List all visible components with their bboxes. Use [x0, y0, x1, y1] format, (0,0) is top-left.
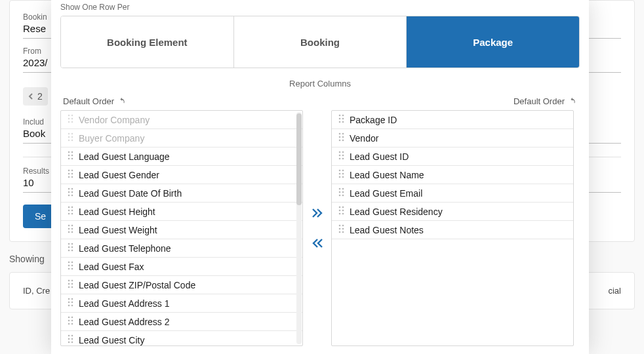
drag-handle-icon[interactable] [338, 114, 344, 125]
selected-column-item[interactable]: Lead Guest Email [332, 184, 573, 203]
drag-handle-icon[interactable] [338, 206, 344, 217]
drag-handle-icon[interactable] [338, 132, 344, 144]
drag-handle-icon[interactable] [68, 334, 73, 345]
selected-column-item[interactable]: Lead Guest ID [332, 148, 573, 166]
svg-point-67 [71, 317, 73, 319]
selected-column-item[interactable]: Lead Guest Name [332, 166, 573, 184]
report-columns-modal: Show One Row Per Booking ElementBookingP… [51, 0, 589, 354]
column-label: Lead Guest Email [350, 188, 422, 199]
tab-package[interactable]: Package [407, 16, 579, 68]
refresh-icon [118, 97, 127, 106]
tab-booking-element[interactable]: Booking Element [61, 16, 234, 68]
scrollbar-track[interactable] [296, 112, 302, 344]
svg-point-35 [71, 213, 73, 215]
scrollbar-thumb[interactable] [296, 113, 302, 205]
svg-point-117 [342, 228, 344, 230]
available-column-item[interactable]: Lead Guest Address 1 [61, 294, 302, 313]
available-column-item[interactable]: Lead Guest ZIP/Postal Code [61, 276, 302, 294]
column-label: Lead Guest ZIP/Postal Code [79, 280, 195, 290]
svg-point-16 [68, 158, 70, 160]
svg-point-104 [339, 191, 341, 193]
svg-point-13 [71, 151, 73, 153]
svg-point-10 [68, 140, 70, 142]
default-order-right[interactable]: Default Order [513, 96, 577, 106]
available-column-item[interactable]: Lead Guest Weight [61, 221, 302, 239]
drag-handle-icon[interactable] [68, 298, 73, 309]
drag-handle-icon[interactable] [338, 187, 344, 199]
svg-point-36 [68, 225, 70, 227]
available-column-item[interactable]: Lead Guest Gender [61, 166, 302, 184]
svg-point-51 [71, 265, 73, 267]
svg-point-79 [342, 115, 344, 117]
selected-column-item[interactable]: Lead Guest Notes [332, 221, 573, 239]
drag-handle-icon[interactable] [68, 224, 73, 235]
svg-point-4 [68, 121, 70, 123]
svg-point-59 [71, 286, 73, 288]
svg-point-48 [68, 262, 70, 264]
svg-point-60 [68, 298, 70, 300]
column-label: Lead Guest Name [350, 170, 424, 180]
drag-handle-icon[interactable] [68, 243, 73, 254]
available-column-item[interactable]: Lead Guest Date Of Birth [61, 184, 302, 203]
svg-point-109 [342, 206, 344, 208]
svg-point-49 [71, 262, 73, 264]
tab-booking[interactable]: Booking [234, 16, 407, 68]
refresh-icon [569, 97, 577, 106]
drag-handle-icon[interactable] [68, 316, 73, 327]
svg-point-45 [71, 246, 73, 248]
drag-handle-icon[interactable] [68, 279, 73, 290]
available-column-item: Buyer Company [61, 129, 302, 148]
svg-point-28 [68, 195, 70, 197]
column-label: Lead Guest Fax [79, 262, 144, 272]
svg-point-15 [71, 155, 73, 157]
svg-point-23 [71, 176, 73, 178]
drag-handle-icon[interactable] [68, 169, 73, 180]
move-left-button[interactable] [310, 235, 325, 251]
available-column-item[interactable]: Lead Guest Language [61, 148, 302, 166]
svg-point-103 [342, 188, 344, 190]
column-label: Vendor Company [79, 115, 150, 125]
drag-handle-icon[interactable] [68, 187, 73, 199]
available-column-item[interactable]: Lead Guest Height [61, 203, 302, 221]
drag-handle-icon [68, 114, 73, 125]
available-column-item[interactable]: Lead Guest Telephone [61, 239, 302, 258]
column-label: Lead Guest Date Of Birth [79, 188, 182, 199]
svg-point-30 [68, 206, 70, 208]
svg-point-105 [342, 191, 344, 193]
drag-handle-icon[interactable] [338, 224, 344, 235]
pager-control[interactable]: 2 [23, 87, 48, 106]
svg-point-110 [339, 210, 341, 212]
column-label: Lead Guest City [79, 335, 144, 345]
svg-point-73 [71, 335, 73, 337]
drag-handle-icon[interactable] [68, 261, 73, 272]
svg-point-44 [68, 246, 70, 248]
svg-point-17 [71, 158, 73, 160]
selected-column-item[interactable]: Vendor [332, 129, 573, 148]
default-order-right-label: Default Order [513, 96, 565, 106]
drag-handle-icon[interactable] [68, 206, 73, 217]
selected-column-item[interactable]: Lead Guest Residency [332, 203, 573, 221]
svg-point-6 [68, 133, 70, 135]
svg-point-29 [71, 195, 73, 197]
available-column-item[interactable]: Lead Guest Fax [61, 258, 302, 276]
available-column-item[interactable]: Lead Guest Address 2 [61, 313, 302, 331]
default-order-left[interactable]: Default Order [63, 96, 127, 106]
chevron-left-icon[interactable] [28, 91, 33, 102]
svg-point-42 [68, 243, 70, 245]
svg-point-37 [71, 225, 73, 227]
svg-point-115 [342, 225, 344, 227]
available-column-item[interactable]: Lead Guest City [61, 331, 302, 345]
selected-column-item[interactable]: Package ID [332, 111, 573, 129]
available-columns-panel: Vendor CompanyBuyer CompanyLead Guest La… [60, 110, 303, 346]
svg-point-101 [342, 176, 344, 178]
drag-handle-icon[interactable] [338, 169, 344, 180]
svg-point-41 [71, 231, 73, 233]
svg-point-7 [71, 133, 73, 135]
svg-point-69 [71, 320, 73, 322]
pager-value: 2 [37, 91, 43, 102]
svg-point-63 [71, 302, 73, 304]
move-right-button[interactable] [310, 205, 325, 221]
drag-handle-icon[interactable] [68, 151, 73, 162]
svg-point-66 [68, 317, 70, 319]
drag-handle-icon[interactable] [338, 151, 344, 162]
